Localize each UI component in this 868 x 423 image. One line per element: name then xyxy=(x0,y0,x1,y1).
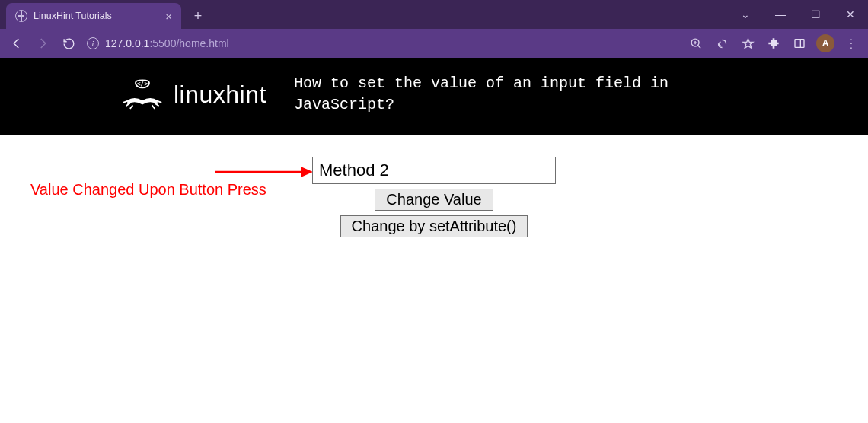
browser-tab[interactable]: LinuxHint Tutorials × xyxy=(6,3,181,29)
forward-button[interactable] xyxy=(30,31,55,56)
linuxhint-logo: </> linuxhint xyxy=(122,77,266,112)
address-bar[interactable]: i 127.0.0.1:5500/home.html xyxy=(87,37,229,49)
svg-marker-4 xyxy=(301,167,313,177)
tab-title: LinuxHint Tutorials xyxy=(34,11,159,21)
reload-button[interactable] xyxy=(56,31,81,56)
window-titlebar: LinuxHint Tutorials × + ⌄ ― ☐ ✕ xyxy=(0,0,868,29)
profile-avatar[interactable]: A xyxy=(813,31,838,56)
url-host: 127.0.0.1 xyxy=(105,37,149,49)
tab-dropdown-icon[interactable]: ⌄ xyxy=(728,0,763,29)
close-tab-icon[interactable]: × xyxy=(165,10,172,23)
share-icon[interactable] xyxy=(710,31,734,56)
change-by-setattribute-button[interactable]: Change by setAttribute() xyxy=(340,215,528,237)
arrow-icon xyxy=(215,164,314,180)
value-input[interactable] xyxy=(312,157,556,184)
back-button[interactable] xyxy=(5,31,29,56)
zoom-icon[interactable] xyxy=(684,31,708,56)
site-info-icon[interactable]: i xyxy=(87,37,99,49)
book-code-icon: </> xyxy=(122,77,163,112)
browser-toolbar: i 127.0.0.1:5500/home.html A ··· xyxy=(0,29,868,58)
minimize-button[interactable]: ― xyxy=(763,0,798,29)
page-content: Value Changed Upon Button Press Change V… xyxy=(0,135,868,423)
page-header-band: </> linuxhint How to set the value of an… xyxy=(0,58,868,135)
annotation-text: Value Changed Upon Button Press xyxy=(30,181,266,199)
demo-widget: Change Value Change by setAttribute() xyxy=(312,157,556,237)
article-heading: How to set the value of an input field i… xyxy=(294,73,669,116)
url-path: :5500/home.html xyxy=(149,37,228,49)
svg-rect-1 xyxy=(795,40,804,48)
window-controls: ⌄ ― ☐ ✕ xyxy=(728,0,868,29)
extensions-icon[interactable] xyxy=(761,31,786,56)
kebab-menu-icon[interactable]: ··· xyxy=(839,31,863,56)
change-value-button[interactable]: Change Value xyxy=(375,189,493,211)
globe-icon xyxy=(15,10,27,22)
svg-text:</>: </> xyxy=(137,80,148,87)
side-panel-icon[interactable] xyxy=(787,31,812,56)
maximize-button[interactable]: ☐ xyxy=(798,0,833,29)
brand-wordmark: linuxhint xyxy=(174,81,266,109)
new-tab-button[interactable]: + xyxy=(187,5,209,27)
close-window-button[interactable]: ✕ xyxy=(833,0,868,29)
bookmark-star-icon[interactable] xyxy=(736,31,760,56)
